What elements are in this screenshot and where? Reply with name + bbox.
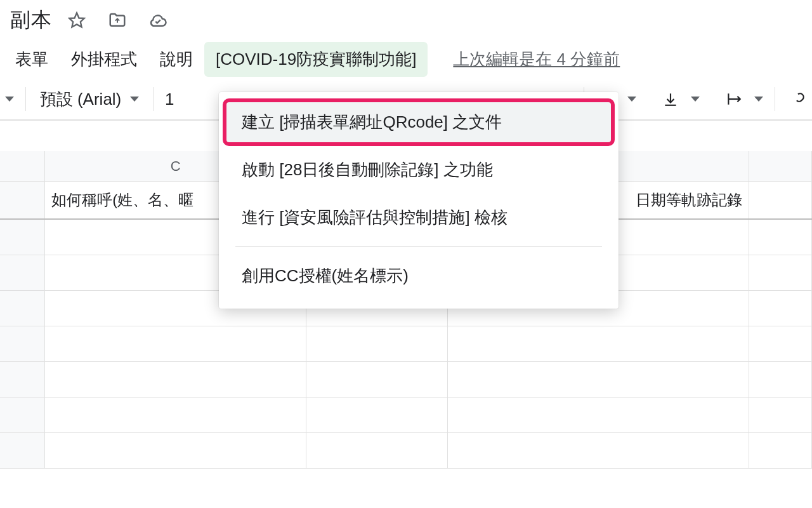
text-wrap-button[interactable] bbox=[711, 79, 775, 119]
table-row bbox=[0, 433, 812, 469]
cell[interactable] bbox=[749, 182, 812, 218]
row-header[interactable] bbox=[0, 220, 45, 255]
row-header[interactable] bbox=[0, 433, 45, 468]
font-family-label: 預設 (Arial) bbox=[40, 88, 122, 110]
select-all-corner[interactable] bbox=[0, 151, 45, 181]
row-header[interactable] bbox=[0, 182, 45, 218]
cell[interactable] bbox=[749, 398, 812, 432]
menu-extensions[interactable]: 外掛程式 bbox=[60, 42, 148, 77]
cell[interactable] bbox=[448, 433, 749, 468]
cell[interactable] bbox=[306, 326, 448, 361]
vertical-align-bottom-icon bbox=[659, 88, 682, 110]
link-icon bbox=[787, 88, 809, 110]
row-header[interactable] bbox=[0, 362, 45, 397]
cell[interactable] bbox=[45, 326, 306, 361]
dropdown-item-auto-delete-28d[interactable]: 啟動 [28日後自動刪除記錄] 之功能 bbox=[219, 146, 619, 194]
cell[interactable] bbox=[448, 398, 749, 432]
row-header[interactable] bbox=[0, 326, 45, 361]
row-header[interactable] bbox=[0, 255, 45, 290]
row-header[interactable] bbox=[0, 398, 45, 432]
table-row bbox=[0, 326, 812, 362]
cell[interactable] bbox=[749, 326, 812, 361]
menu-form[interactable]: 表單 bbox=[4, 42, 60, 77]
addon-dropdown-menu: 建立 [掃描表單網址QRcode] 之文件 啟動 [28日後自動刪除記錄] 之功… bbox=[219, 92, 619, 309]
cell[interactable] bbox=[749, 291, 812, 326]
last-edit-link[interactable]: 上次編輯是在 4 分鐘前 bbox=[440, 42, 632, 77]
chevron-down-icon bbox=[130, 97, 139, 102]
cell[interactable] bbox=[749, 433, 812, 468]
row-header[interactable] bbox=[0, 291, 45, 326]
text-overflow-icon bbox=[723, 88, 745, 110]
menubar: 表單 外掛程式 說明 [COVID-19防疫實聯制功能] 上次編輯是在 4 分鐘… bbox=[0, 41, 812, 79]
cell[interactable] bbox=[45, 398, 306, 432]
chevron-down-icon bbox=[627, 97, 636, 102]
cell[interactable] bbox=[306, 362, 448, 397]
titlebar: 副本 bbox=[0, 0, 812, 41]
cell[interactable] bbox=[749, 220, 812, 255]
cell[interactable] bbox=[448, 326, 749, 361]
document-title[interactable]: 副本 bbox=[5, 6, 56, 34]
column-header-f[interactable] bbox=[749, 151, 812, 181]
cell[interactable] bbox=[749, 255, 812, 290]
move-folder-icon[interactable] bbox=[105, 8, 130, 33]
header-right: 日期等軌跡記錄 bbox=[636, 190, 742, 210]
menu-covid-addon[interactable]: [COVID-19防疫實聯制功能] bbox=[204, 42, 428, 77]
dropdown-item-security-review[interactable]: 進行 [資安風險評估與控制措施] 檢核 bbox=[219, 194, 619, 241]
chevron-down-icon bbox=[754, 97, 763, 102]
cell[interactable] bbox=[45, 362, 306, 397]
cell[interactable] bbox=[448, 362, 749, 397]
dropdown-separator bbox=[235, 246, 602, 247]
cell[interactable] bbox=[306, 433, 448, 468]
cell[interactable] bbox=[306, 398, 448, 432]
table-row bbox=[0, 362, 812, 398]
vertical-align-button[interactable] bbox=[648, 79, 711, 119]
font-family-selector[interactable]: 預設 (Arial) bbox=[26, 79, 153, 119]
header-c: 如何稱呼(姓、名、暱 bbox=[51, 190, 193, 210]
chevron-down-icon bbox=[5, 97, 14, 102]
table-row bbox=[0, 398, 812, 433]
svg-marker-0 bbox=[69, 13, 84, 27]
font-size-selector[interactable]: 1 bbox=[154, 79, 185, 119]
chevron-down-icon bbox=[691, 97, 700, 102]
font-size-value: 1 bbox=[165, 90, 174, 109]
cloud-saved-icon[interactable] bbox=[145, 8, 171, 33]
menu-help[interactable]: 說明 bbox=[148, 42, 204, 77]
star-icon[interactable] bbox=[64, 8, 89, 33]
cell[interactable] bbox=[749, 362, 812, 397]
dropdown-item-cc-license[interactable]: 創用CC授權(姓名標示) bbox=[219, 252, 619, 300]
cell[interactable] bbox=[45, 433, 306, 468]
toolbar-leading-dropdown[interactable] bbox=[0, 79, 25, 119]
toolbar-trailing-button[interactable] bbox=[775, 79, 812, 119]
dropdown-item-create-qrcode-doc[interactable]: 建立 [掃描表單網址QRcode] 之文件 bbox=[223, 98, 615, 146]
